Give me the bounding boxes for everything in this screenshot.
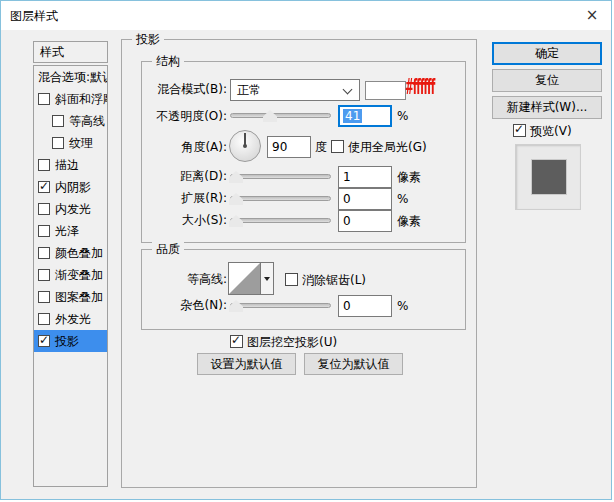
close-icon[interactable]: × — [581, 5, 603, 25]
noise-slider[interactable] — [230, 303, 331, 308]
sidebar-item-inner-glow[interactable]: 内发光 — [34, 198, 107, 220]
size-unit: 像素 — [397, 213, 421, 229]
sidebar-item-label: 渐变叠加 — [55, 267, 103, 284]
sidebar-item-outer-glow[interactable]: 外发光 — [34, 308, 107, 330]
size-label: 大小(S): — [121, 210, 227, 231]
sidebar-item-label: 纹理 — [69, 135, 93, 152]
opacity-unit: % — [397, 108, 408, 124]
angle-center-dot-icon — [243, 144, 247, 148]
spread-input[interactable]: 0 — [338, 188, 392, 210]
checkbox-icon[interactable] — [38, 247, 50, 259]
sidebar-item-label: 图案叠加 — [55, 289, 103, 306]
use-global-light-label: 使用全局光(G) — [348, 139, 427, 155]
contour-label: 等高线: — [121, 269, 227, 290]
antialias-checkbox[interactable] — [285, 273, 298, 286]
checkbox-icon[interactable] — [38, 203, 50, 215]
sidebar-item-label: 描边 — [55, 157, 79, 174]
checkbox-icon[interactable] — [52, 115, 64, 127]
preview-checkbox[interactable] — [513, 124, 526, 137]
sidebar-item-label: 颜色叠加 — [55, 245, 103, 262]
panel-title: 投影 — [132, 31, 164, 48]
checkbox-icon[interactable] — [38, 225, 50, 237]
dialog-title: 图层样式 — [10, 8, 58, 25]
distance-slider[interactable] — [230, 174, 331, 179]
color-annotation: #ffffff — [405, 75, 434, 99]
checkbox-icon[interactable] — [52, 137, 64, 149]
sidebar-item-label: 斜面和浮雕 — [55, 91, 108, 108]
layer-style-dialog: 图层样式 × 样式 混合选项:默认 斜面和浮雕 等高线 纹理 描边 内阴影 — [0, 0, 612, 500]
size-input[interactable]: 0 — [338, 210, 392, 232]
blend-mode-label: 混合模式(B): — [121, 79, 227, 100]
noise-input[interactable]: 0 — [338, 295, 392, 317]
sidebar-item-label: 投影 — [55, 333, 79, 350]
preview-label: 预览(V) — [530, 123, 572, 139]
title-bar[interactable]: 图层样式 × — [1, 1, 611, 30]
blend-mode-value: 正常 — [237, 83, 261, 97]
shadow-color-swatch[interactable] — [365, 81, 406, 100]
contour-dropdown-button[interactable] — [261, 262, 274, 295]
sidebar-item-label: 外发光 — [55, 311, 91, 328]
checkbox-icon[interactable] — [38, 93, 50, 105]
sidebar-item-color-overlay[interactable]: 颜色叠加 — [34, 242, 107, 264]
sidebar-item-pattern-overlay[interactable]: 图案叠加 — [34, 286, 107, 308]
preview-shape — [532, 160, 566, 194]
size-slider[interactable] — [230, 218, 331, 223]
antialias-label: 消除锯齿(L) — [302, 272, 366, 288]
sidebar-item-label: 光泽 — [55, 223, 79, 240]
styles-list: 混合选项:默认 斜面和浮雕 等高线 纹理 描边 内阴影 内发光 光泽 — [33, 65, 108, 487]
layer-knockout-checkbox[interactable] — [230, 335, 243, 348]
spread-unit: % — [397, 191, 408, 207]
noise-label: 杂色(N): — [121, 295, 227, 316]
checkbox-icon[interactable] — [38, 291, 50, 303]
sidebar-item-blending-options[interactable]: 混合选项:默认 — [34, 66, 107, 88]
sidebar-item-label: 内阴影 — [55, 179, 91, 196]
contour-thumbnail[interactable] — [228, 262, 261, 295]
styles-header: 样式 — [33, 41, 108, 63]
triangle-down-icon — [264, 277, 270, 281]
spread-label: 扩展(R): — [121, 188, 227, 209]
checkbox-icon[interactable] — [38, 313, 50, 325]
contour-picker[interactable] — [228, 262, 274, 295]
noise-unit: % — [397, 298, 408, 314]
sidebar-item-satin[interactable]: 光泽 — [34, 220, 107, 242]
angle-input[interactable]: 90 — [267, 136, 311, 158]
checkbox-icon[interactable] — [38, 159, 50, 171]
distance-input[interactable]: 1 — [338, 166, 392, 188]
layer-knockout-label: 图层挖空投影(U) — [247, 334, 337, 350]
sidebar-item-drop-shadow[interactable]: 投影 — [34, 330, 107, 352]
new-style-button[interactable]: 新建样式(W)... — [492, 96, 602, 119]
chevron-down-icon — [343, 85, 353, 95]
sidebar-item-label: 混合选项:默认 — [38, 69, 108, 86]
sidebar-item-texture[interactable]: 纹理 — [34, 132, 107, 154]
distance-unit: 像素 — [397, 169, 421, 185]
ok-button[interactable]: 确定 — [492, 42, 602, 65]
opacity-slider[interactable] — [230, 113, 331, 118]
use-global-light-checkbox[interactable] — [331, 140, 344, 153]
sidebar-item-stroke[interactable]: 描边 — [34, 154, 107, 176]
structure-title: 结构 — [152, 53, 184, 70]
sidebar-item-inner-shadow[interactable]: 内阴影 — [34, 176, 107, 198]
opacity-label: 不透明度(O): — [121, 106, 227, 127]
angle-dial[interactable] — [229, 130, 261, 162]
angle-unit: 度 — [315, 139, 327, 155]
sidebar-item-label: 等高线 — [69, 113, 105, 130]
opacity-value: 41 — [343, 109, 362, 123]
sidebar-item-contour[interactable]: 等高线 — [34, 110, 107, 132]
checkbox-icon[interactable] — [38, 335, 50, 347]
spread-slider[interactable] — [230, 196, 331, 201]
set-default-button[interactable]: 设置为默认值 — [197, 353, 296, 375]
preview-thumbnail — [515, 144, 581, 210]
reset-default-button[interactable]: 复位为默认值 — [304, 353, 403, 375]
opacity-input[interactable]: 41 — [338, 105, 392, 127]
angle-label: 角度(A): — [121, 137, 227, 158]
blend-mode-select[interactable]: 正常 — [230, 79, 360, 101]
quality-title: 品质 — [152, 241, 184, 258]
checkbox-icon[interactable] — [38, 181, 50, 193]
checkbox-icon[interactable] — [38, 269, 50, 281]
reset-button[interactable]: 复位 — [492, 69, 602, 92]
sidebar-item-gradient-overlay[interactable]: 渐变叠加 — [34, 264, 107, 286]
sidebar-item-label: 内发光 — [55, 201, 91, 218]
distance-label: 距离(D): — [121, 166, 227, 187]
sidebar-item-bevel-emboss[interactable]: 斜面和浮雕 — [34, 88, 107, 110]
